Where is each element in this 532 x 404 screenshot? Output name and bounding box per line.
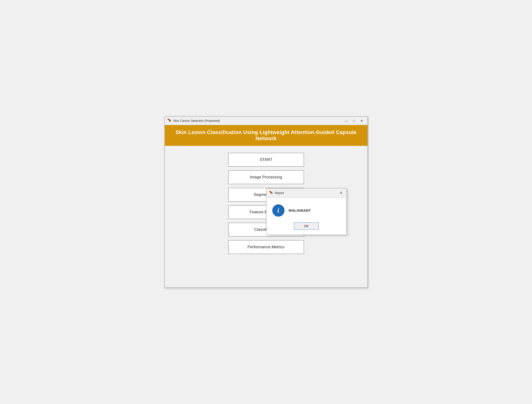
dialog-title-left: 🪶 Report [269, 191, 284, 195]
info-icon: i [277, 207, 279, 214]
performance-metrics-button[interactable]: Performance Metrics [228, 240, 304, 254]
app-icon: 🪶 [167, 119, 172, 123]
dialog-title: Report [275, 191, 284, 195]
dialog-body: i MALIGNANT OK [267, 198, 346, 234]
image-processing-button[interactable]: Image Processing [228, 170, 304, 184]
start-button[interactable]: START [228, 153, 304, 167]
main-content: START Image Processing Segmentation Feat… [165, 146, 367, 287]
close-button[interactable]: ✕ [359, 118, 365, 123]
window-controls: — □ ✕ [343, 118, 365, 123]
main-window: 🪶 Skin Cancer Detection (Proposed) — □ ✕… [165, 117, 368, 288]
dialog-title-bar: 🪶 Report ✕ [267, 189, 346, 198]
app-title: Skin Lesion Classification Using Lightwe… [175, 129, 357, 141]
minimize-button[interactable]: — [343, 118, 350, 123]
dialog-ok-button[interactable]: OK [294, 222, 319, 230]
report-dialog: 🪶 Report ✕ i MALIGNANT OK [266, 188, 347, 235]
title-bar-left: 🪶 Skin Cancer Detection (Proposed) [167, 119, 220, 123]
dialog-close-button[interactable]: ✕ [338, 190, 344, 196]
maximize-button[interactable]: □ [351, 118, 358, 123]
info-icon-circle: i [272, 204, 285, 217]
title-bar: 🪶 Skin Cancer Detection (Proposed) — □ ✕ [165, 117, 367, 125]
dialog-content-row: i MALIGNANT [272, 204, 341, 217]
dialog-overlay: 🪶 Report ✕ i MALIGNANT OK [266, 188, 347, 235]
dialog-icon: 🪶 [269, 191, 273, 195]
dialog-message: MALIGNANT [289, 208, 311, 212]
header-banner: Skin Lesion Classification Using Lightwe… [165, 125, 367, 146]
window-title: Skin Cancer Detection (Proposed) [173, 119, 220, 122]
